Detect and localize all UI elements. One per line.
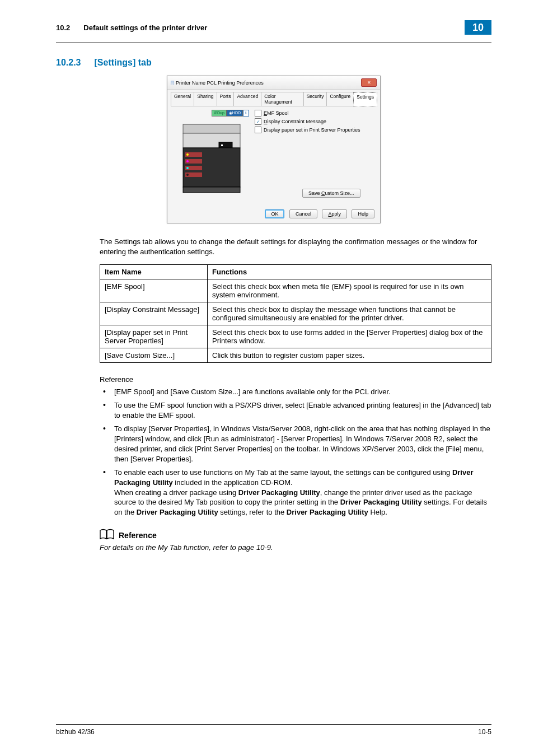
badge-info-icon: ℹ bbox=[243, 110, 249, 116]
tab-advanced[interactable]: Advanced bbox=[233, 92, 261, 106]
badge-hdd-icon: ◉HDD bbox=[227, 110, 243, 116]
tab-configure[interactable]: Configure bbox=[326, 92, 354, 106]
badge-dup-icon: ⇵Dup bbox=[212, 110, 227, 116]
header-section-no: 10.2 bbox=[56, 24, 70, 32]
reference-heading: Reference bbox=[119, 531, 157, 540]
svg-rect-0 bbox=[183, 124, 240, 133]
header-section-title: Default settings of the printer driver bbox=[83, 24, 207, 32]
table-row: [Display Constraint Message] Select this… bbox=[100, 302, 491, 325]
ok-button[interactable]: OK bbox=[265, 209, 284, 218]
paper-checkbox[interactable] bbox=[255, 127, 261, 133]
tab-color-management[interactable]: Color Management bbox=[261, 92, 303, 106]
dialog-title: ⌸Printer Name PCL Printing Preferences bbox=[171, 80, 264, 86]
settings-dialog: ⌸Printer Name PCL Printing Preferences ✕… bbox=[167, 76, 381, 223]
header-divider bbox=[56, 43, 491, 43]
table-header-func: Functions bbox=[208, 265, 491, 279]
table-row: [Display paper set in Print Server Prope… bbox=[100, 325, 491, 348]
dialog-tab-strip: General Sharing Ports Advanced Color Man… bbox=[167, 90, 380, 106]
svg-point-9 bbox=[186, 153, 189, 156]
cancel-button[interactable]: Cancel bbox=[289, 209, 317, 218]
tab-settings[interactable]: Settings bbox=[353, 92, 377, 106]
svg-point-12 bbox=[186, 174, 189, 176]
svg-rect-13 bbox=[183, 187, 240, 193]
emf-checkbox[interactable] bbox=[255, 110, 261, 116]
paper-label: Display paper set in Print Server Proper… bbox=[264, 127, 360, 133]
tab-general[interactable]: General bbox=[171, 92, 194, 106]
settings-table: Item Name Functions [EMF Spool] Select t… bbox=[100, 264, 491, 363]
svg-point-11 bbox=[186, 167, 189, 169]
tab-security[interactable]: Security bbox=[303, 92, 327, 106]
section-title: [Settings] tab bbox=[94, 58, 151, 68]
reference-label: Reference bbox=[100, 375, 491, 384]
list-item: To enable each user to use functions on … bbox=[100, 468, 491, 518]
book-icon bbox=[100, 529, 114, 542]
footer-model: bizhub 42/36 bbox=[56, 728, 95, 736]
svg-point-10 bbox=[186, 160, 189, 162]
table-header-item: Item Name bbox=[100, 265, 208, 279]
footer-page: 10-5 bbox=[478, 728, 491, 736]
printer-preview: ⇵Dup ◉HDD ℹ bbox=[176, 110, 249, 199]
reference-list: [EMF Spool] and [Save Custom Size...] ar… bbox=[100, 387, 491, 517]
save-custom-button[interactable]: Save Custom Size... bbox=[302, 189, 360, 198]
intro-paragraph: The Settings tab allows you to change th… bbox=[100, 237, 491, 256]
tab-ports[interactable]: Ports bbox=[217, 92, 235, 106]
table-row: [Save Custom Size...] Click this button … bbox=[100, 348, 491, 363]
section-number: 10.2.3 bbox=[56, 58, 81, 68]
printer-icon bbox=[181, 122, 242, 195]
list-item: [EMF Spool] and [Save Custom Size...] ar… bbox=[100, 387, 491, 397]
close-icon[interactable]: ✕ bbox=[361, 78, 377, 87]
tab-sharing[interactable]: Sharing bbox=[194, 92, 217, 106]
apply-button[interactable]: Apply bbox=[322, 209, 347, 218]
constraint-checkbox[interactable]: ✓ bbox=[255, 118, 261, 125]
svg-rect-3 bbox=[221, 144, 223, 146]
emf-label: EMF Spool bbox=[264, 110, 289, 116]
chapter-badge: 10 bbox=[465, 20, 491, 35]
list-item: To display [Server Properties], in Windo… bbox=[100, 424, 491, 464]
reference-crossref: For details on the My Tab function, refe… bbox=[100, 543, 491, 552]
constraint-label: Display Constraint Message bbox=[264, 119, 326, 124]
list-item: To use the EMF spool function with a PS/… bbox=[100, 400, 491, 421]
table-row: [EMF Spool] Select this check box when m… bbox=[100, 279, 491, 302]
help-button[interactable]: Help bbox=[352, 209, 374, 218]
